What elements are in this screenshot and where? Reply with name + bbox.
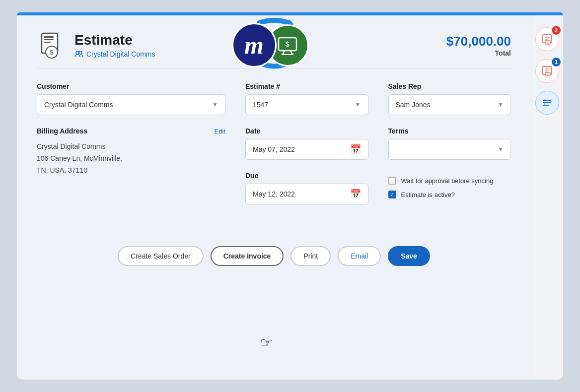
- billing-line3: TN, USA, 37110: [37, 165, 225, 177]
- page-title: Estimate: [74, 32, 155, 48]
- customer-name-header: Crystal Digital Comms: [86, 50, 155, 58]
- sidebar: S 2 S 1: [531, 12, 563, 380]
- svg-rect-1: [44, 36, 54, 38]
- header-left: S Estimate Crystal Digital Comms: [37, 30, 155, 60]
- checkboxes-section: Wait for approval before syncing ✓ Estim…: [388, 172, 511, 204]
- customer-label: Customer: [37, 82, 225, 90]
- sidebar-btn-list[interactable]: [535, 91, 559, 115]
- sales-rep-label: Sales Rep: [388, 82, 511, 90]
- date-picker[interactable]: May 07, 2022 📅: [245, 139, 368, 160]
- sales-rep-value: Sam Jones: [396, 101, 431, 109]
- date-value: May 07, 2022: [253, 145, 295, 153]
- logo-m-circle: m: [232, 23, 277, 67]
- sidebar-badge-2: 1: [552, 58, 561, 66]
- create-sales-order-button[interactable]: Create Sales Order: [118, 246, 204, 266]
- svg-point-6: [76, 51, 79, 54]
- billing-section: Billing Address Edit Crystal Digital Com…: [37, 127, 225, 216]
- sidebar-icon-2: S: [541, 65, 553, 77]
- estimate-num-arrow: ▼: [355, 101, 361, 108]
- estimate-active-label: Estimate is active?: [401, 191, 455, 198]
- estimate-icon: S: [37, 30, 67, 60]
- header: S Estimate Crystal Digital Comms: [37, 30, 511, 60]
- date-calendar-icon: 📅: [350, 144, 361, 155]
- billing-label: Billing Address: [37, 127, 87, 135]
- customer-group: Customer Crystal Digital Comms ▼: [37, 82, 225, 115]
- svg-text:S: S: [50, 49, 54, 56]
- sidebar-badge-1: 2: [552, 26, 561, 35]
- list-icon: [542, 97, 553, 108]
- customer-dropdown-arrow: ▼: [212, 101, 218, 108]
- logos-area: m $: [224, 15, 324, 75]
- wait-approval-item: Wait for approval before syncing: [388, 177, 511, 185]
- total-amount: $70,000.00: [446, 34, 511, 49]
- due-picker[interactable]: May 12, 2022 📅: [245, 184, 368, 204]
- people-icon: [74, 51, 83, 58]
- billing-line1: Crystal Digital Comms: [37, 141, 225, 153]
- estimate-active-item: ✓ Estimate is active?: [388, 191, 511, 198]
- edit-billing-link[interactable]: Edit: [215, 128, 225, 135]
- terms-dropdown[interactable]: ▼: [388, 139, 511, 160]
- total-label: Total: [446, 49, 511, 57]
- save-button[interactable]: Save: [388, 246, 430, 266]
- date-label: Date: [245, 127, 368, 135]
- total-section: $70,000.00 Total: [446, 34, 511, 57]
- monitor-dollar-icon: $: [276, 34, 299, 58]
- estimate-active-checkbox[interactable]: ✓: [388, 191, 396, 198]
- wait-approval-checkbox[interactable]: [388, 177, 396, 185]
- terms-group: Terms ▼: [388, 127, 511, 160]
- due-group: Due May 12, 2022 📅: [245, 172, 368, 204]
- create-invoice-button[interactable]: Create Invoice: [211, 246, 284, 266]
- estimate-num-group: Estimate # 1547 ▼: [245, 82, 368, 115]
- estimate-num-dropdown[interactable]: 1547 ▼: [245, 94, 368, 115]
- svg-rect-3: [44, 42, 51, 43]
- date-group: Date May 07, 2022 📅: [245, 127, 368, 160]
- sidebar-icon-1: S: [541, 33, 553, 45]
- terms-arrow: ▼: [498, 146, 504, 153]
- svg-point-7: [79, 51, 82, 54]
- estimate-num-value: 1547: [253, 101, 268, 109]
- subtitle-row: Crystal Digital Comms: [74, 50, 155, 58]
- email-button[interactable]: Email: [338, 246, 381, 266]
- customer-dropdown[interactable]: Crystal Digital Comms ▼: [37, 94, 225, 115]
- title-section: Estimate Crystal Digital Comms: [74, 32, 155, 58]
- due-value: May 12, 2022: [253, 190, 295, 198]
- mouse-cursor: ☞: [260, 334, 273, 351]
- sales-rep-dropdown[interactable]: Sam Jones ▼: [388, 94, 511, 115]
- sales-rep-arrow: ▼: [498, 101, 504, 108]
- svg-point-28: [544, 100, 546, 101]
- action-bar: Create Sales Order Create Invoice Print …: [37, 236, 511, 266]
- svg-text:$: $: [286, 40, 290, 48]
- form-grid: Customer Crystal Digital Comms ▼ Estimat…: [37, 82, 511, 216]
- svg-text:S: S: [547, 73, 549, 76]
- svg-text:S: S: [547, 41, 549, 44]
- billing-address: Crystal Digital Comms 106 Caney Ln, McMi…: [37, 141, 225, 176]
- sidebar-btn-2[interactable]: S 1: [535, 59, 559, 83]
- print-button[interactable]: Print: [290, 246, 331, 266]
- estimate-num-label: Estimate #: [245, 82, 368, 90]
- customer-value: Crystal Digital Comms: [44, 101, 113, 109]
- svg-rect-2: [44, 39, 54, 40]
- svg-point-30: [544, 105, 546, 106]
- sidebar-btn-1[interactable]: S 2: [535, 27, 559, 51]
- sales-rep-group: Sales Rep Sam Jones ▼: [388, 82, 511, 115]
- due-calendar-icon: 📅: [350, 189, 361, 199]
- wait-approval-label: Wait for approval before syncing: [401, 177, 494, 185]
- terms-label: Terms: [388, 127, 511, 135]
- svg-point-29: [544, 102, 546, 104]
- billing-header: Billing Address Edit: [37, 127, 225, 135]
- billing-line2: 106 Caney Ln, McMinnville,: [37, 153, 225, 165]
- due-label: Due: [245, 172, 368, 180]
